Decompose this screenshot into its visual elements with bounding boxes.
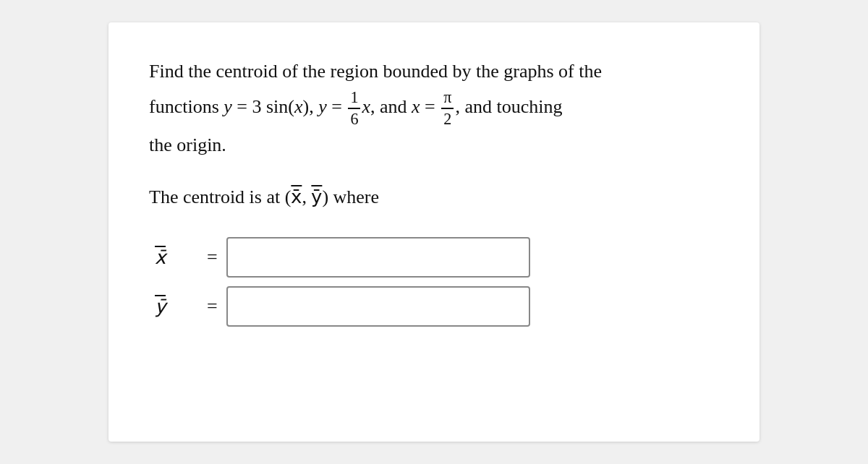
y-bar-label: ȳ <box>311 186 322 207</box>
x3-var: x <box>412 96 420 117</box>
y-bar-row: ȳ = <box>155 286 719 327</box>
fraction-one-sixth: 16 <box>348 89 360 128</box>
eq3-text: = <box>420 96 441 117</box>
frac2-denominator: 2 <box>441 109 454 128</box>
eq1b-text: ), <box>303 96 319 117</box>
fraction-pi-over-2: π2 <box>441 89 454 128</box>
line3: the origin. <box>149 131 719 160</box>
centroid-intro: The centroid is at (x̄, ȳ) where <box>149 186 719 208</box>
x-bar-label: x̄ <box>291 186 302 207</box>
centroid-end-text: ) where <box>322 186 379 207</box>
x-bar-symbol: x̄ <box>155 246 166 269</box>
y-equals-sign: = <box>207 296 218 317</box>
x-bar-input-label: x̄ <box>155 246 198 269</box>
frac-numerator: 1 <box>348 89 360 108</box>
frac-denominator: 6 <box>348 109 360 128</box>
x-equals-sign: = <box>207 246 218 268</box>
centroid-intro-text: The centroid is at ( <box>149 186 291 207</box>
y2-var: y <box>318 96 327 117</box>
y1-var: y <box>224 96 232 117</box>
line2: functions y = 3 sin(x), y = 16x, and x =… <box>149 89 719 128</box>
and-touching-text: , and touching <box>455 96 562 117</box>
centroid-comma: , <box>302 186 311 207</box>
x1-var: x <box>294 96 303 117</box>
y-bar-symbol: ȳ <box>155 296 166 318</box>
x-bar-input[interactable] <box>226 237 530 278</box>
and-text: , and <box>370 96 412 117</box>
y-bar-input-label: ȳ <box>155 296 198 318</box>
problem-card: Find the centroid of the region bounded … <box>109 22 760 442</box>
x2-var: x <box>362 96 370 117</box>
y-bar-input[interactable] <box>226 286 530 327</box>
x-bar-row: x̄ = <box>155 237 719 278</box>
answer-inputs: x̄ = ȳ = <box>155 237 719 327</box>
eq2-text: = <box>327 96 347 117</box>
eq1-text: = 3 sin( <box>232 96 294 117</box>
frac2-numerator: π <box>441 89 454 108</box>
functions-label: functions <box>149 96 224 117</box>
line1: Find the centroid of the region bounded … <box>149 57 719 86</box>
problem-statement: Find the centroid of the region bounded … <box>149 57 719 160</box>
